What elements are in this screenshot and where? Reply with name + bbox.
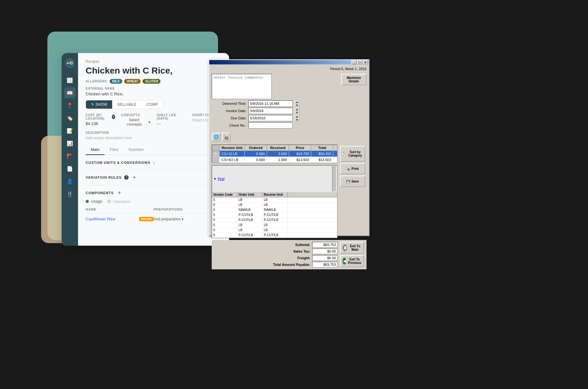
external-name-value: Chicken with C Rice, — [86, 92, 221, 96]
sidebar-logo: ↩G — [65, 58, 75, 68]
due-date-label: Due Date: — [212, 116, 246, 120]
sidebar-item-recipes[interactable]: 📖 — [64, 87, 76, 99]
printer-icon-button[interactable]: 🖨️ — [222, 133, 231, 141]
breadcrumb[interactable]: Recipes — [86, 59, 221, 64]
spin-down[interactable]: ▼ — [294, 104, 300, 107]
sellable-button[interactable]: SELLABLE — [112, 100, 141, 109]
description-placeholder[interactable]: Add recipe description here — [86, 136, 221, 140]
dropdown-row[interactable]: 0P-CUT/LBP-CUT/LB — [212, 233, 337, 238]
dropdown-row[interactable]: 0LBLB — [212, 223, 337, 228]
due-spin-down[interactable]: ▼ — [294, 118, 300, 121]
inv-spin-up[interactable]: ▲ — [294, 108, 300, 111]
show-button[interactable]: ✎SHOW — [86, 100, 112, 109]
variation-rules-add-icon[interactable]: + — [131, 174, 137, 181]
invoice-date-input[interactable] — [248, 108, 293, 114]
dropdown-row[interactable]: 0P-CUT/LBP-CUT/LB — [212, 212, 337, 218]
sidebar-item-notes[interactable]: 📝 — [64, 125, 76, 136]
components-add-button[interactable]: + — [116, 190, 123, 196]
globe-icon-button[interactable]: 🌐 — [212, 133, 221, 141]
inv-spin-down[interactable]: ▼ — [294, 111, 300, 114]
invoice-table: Receive Unit Ordered Received Price Tota… — [212, 145, 337, 163]
sidebar-item-tags[interactable]: 🏷️ — [64, 112, 76, 124]
win-minimize-button[interactable]: _ — [351, 60, 356, 64]
allergen-label: ALLERGENS: — [86, 80, 108, 83]
badge-milk: MILK — [110, 79, 122, 84]
sidebar-item-users[interactable]: 👤 — [64, 176, 76, 187]
tab-main[interactable]: Main — [86, 145, 105, 155]
components-section: COMPONENTS + — [86, 190, 221, 196]
delivered-time-row: Delivered Time: ▲ ▼ — [212, 100, 339, 107]
due-date-input[interactable] — [248, 115, 293, 121]
td-received: 1.000 — [267, 157, 289, 163]
custom-units-section[interactable]: CUSTOM UNITS & CONVERSIONS ↓ — [86, 160, 221, 165]
cost-field: COST (BY LOCATION) ? $4.136 — [86, 113, 115, 127]
sidebar-item-locations[interactable]: 📍 — [64, 100, 76, 111]
tab-nutrition[interactable]: Nutrition — [124, 145, 149, 155]
sidebar-item-reports[interactable]: 📊 — [64, 138, 76, 149]
invoice-comments-input[interactable] — [212, 74, 272, 99]
dropdown-row[interactable]: 0RAW/LBRAW/LB — [212, 207, 337, 212]
check-no-input[interactable] — [248, 122, 293, 129]
td-row-num: A — [212, 151, 220, 157]
win-maximize-button[interactable]: □ — [357, 60, 362, 64]
invoice-date-row: Invoice Date: ▲ ▼ — [212, 108, 339, 114]
dropdown-row[interactable]: 0LBLB — [212, 228, 337, 233]
dropdown-row[interactable]: 0P-CUT/LBP-CUT/LB — [212, 218, 337, 223]
td-price: $16.750 — [289, 151, 311, 157]
find-button[interactable]: Find — [218, 177, 224, 181]
win-top-left: Delivered Time: ▲ ▼ Invoice Date: ▲ ▼ — [212, 74, 339, 129]
unprepped-label: Unprepped — [113, 200, 130, 203]
description-label: DESCRIPTION — [86, 131, 221, 135]
invoice-date-spinner: ▲ ▼ — [294, 108, 300, 114]
freight-label: Freight: — [269, 256, 310, 260]
components-title: COMPONENTS — [86, 191, 114, 195]
badge-wheat: WHEAT — [124, 79, 141, 84]
invoice-date-label: Invoice Date: — [212, 109, 246, 113]
table-row[interactable]: A CS=10 LB 0.000 3.000 $16.750 $50.250 — [212, 151, 337, 157]
find-row: ▼ Find — [212, 165, 337, 192]
due-spin-up[interactable]: ▲ — [294, 115, 300, 118]
sort-by-category-button[interactable]: 📋 Sort by Category — [340, 146, 365, 162]
td-receive-unit: CS=4/2 LB — [220, 157, 245, 163]
freight-row: Freight: $0.00 — [269, 255, 337, 261]
td-ordered: 0.000 — [245, 157, 267, 163]
sidebar-item-menus[interactable]: 🍴 — [64, 188, 76, 200]
subtotal-label: Subtotal: — [269, 243, 310, 247]
scrollbar[interactable] — [332, 166, 336, 191]
usage-radio[interactable] — [86, 200, 89, 203]
maximize-details-button[interactable]: Maximize Details — [341, 74, 367, 85]
td-ordered: 0.000 — [245, 151, 267, 157]
win-close-button[interactable]: ✕ — [363, 60, 368, 64]
concepts-button[interactable]: Select concepts ▾ — [121, 118, 151, 127]
unprepped-radio[interactable] — [107, 200, 111, 203]
custom-units-title: CUSTOM UNITS & CONVERSIONS — [86, 161, 150, 165]
th-price: Price — [289, 145, 311, 151]
spin-up[interactable]: ▲ — [294, 100, 300, 104]
sidebar-item-inventory[interactable]: ⬜ — [64, 75, 76, 86]
delivered-time-spinner: ▲ ▼ — [294, 100, 300, 107]
save-button[interactable]: 💾 Save — [340, 176, 365, 187]
due-date-row: Due Date: ▲ ▼ — [212, 115, 339, 121]
delivered-time-input[interactable] — [248, 100, 293, 107]
meta-row: COST (BY LOCATION) ? $4.136 CONCEPTS Sel… — [86, 113, 221, 127]
page-title: Chicken with C Rice, — [86, 66, 221, 76]
sidebar-item-documents[interactable]: 📄 — [64, 163, 76, 174]
custom-units-expand-icon: ↓ — [153, 160, 155, 165]
tab-files[interactable]: Files — [105, 145, 123, 155]
recipe-name-link[interactable]: Cauliflower Rice — [86, 217, 137, 221]
dropdown-row[interactable]: 0LBLB — [212, 202, 337, 207]
sales-tax-value: $0.00 — [312, 248, 337, 254]
print-button[interactable]: 🖨️ Print — [340, 163, 365, 174]
comp-button[interactable]: COMP — [141, 100, 163, 109]
dropdown-row[interactable]: 0LBLB — [212, 197, 337, 202]
table-row[interactable]: CS=4/2 LB 0.000 1.000 $13.503 $13.503 — [212, 157, 337, 163]
sidebar-item-flags[interactable]: 🚩 — [64, 150, 76, 162]
usage-label: Usage — [91, 199, 102, 204]
total-value: $69,753 — [312, 262, 337, 267]
windows-invoice-panel: _ □ ✕ Period 5, Week 1, 2016 Delivered T… — [209, 59, 370, 236]
win-controls: _ □ ✕ — [351, 60, 368, 64]
exit-to-previous-button[interactable]: ◀ Exit To Previous — [340, 255, 364, 267]
win-icon-row: 🌐 🖨️ — [212, 131, 367, 143]
exit-to-main-button[interactable]: 🖥 Exit To Main — [340, 242, 364, 254]
variation-rules-section[interactable]: VARIATION RULES ? + — [86, 174, 221, 181]
